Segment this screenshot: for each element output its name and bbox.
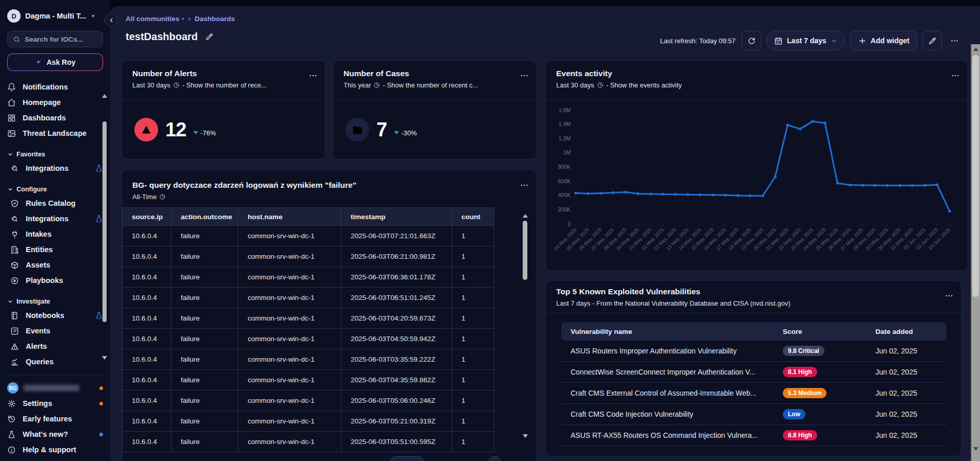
dashboard-more-menu[interactable] <box>947 31 961 50</box>
intake-icon <box>10 230 19 239</box>
scroll-up-arrow[interactable] <box>973 47 978 51</box>
vulnerability-row[interactable]: ConnectWise ScreenConnect Improper Authe… <box>561 362 947 383</box>
add-widget-button[interactable]: Add widget <box>850 31 917 50</box>
scroll-up-arrow[interactable] <box>102 94 107 98</box>
scroll-down-arrow[interactable] <box>102 356 107 360</box>
cases-delta: -30% <box>401 129 417 137</box>
scroll-up-arrow[interactable] <box>523 214 528 218</box>
sidebar-item-notifications[interactable]: Notifications <box>0 79 110 95</box>
score-badge: 8.8 High <box>783 430 817 440</box>
column-header-host-name[interactable]: host.name <box>238 208 341 226</box>
table-row[interactable]: 10.6.0.4failurecommon-srv-win-dc-12025-0… <box>123 329 494 349</box>
list-icon <box>10 327 19 335</box>
sidebar-item-early-features[interactable]: Early features <box>0 411 110 427</box>
column-header-count[interactable]: count <box>452 208 494 226</box>
notification-dot <box>99 386 103 390</box>
table-row[interactable]: 10.6.0.4failurecommon-srv-win-dc-12025-0… <box>123 288 494 308</box>
user-name-blurred <box>24 385 79 391</box>
scroll-down-arrow[interactable] <box>973 447 978 451</box>
sidebar-item-homepage[interactable]: Homepage <box>0 95 110 110</box>
widget-menu-button[interactable] <box>944 291 954 300</box>
clock-icon <box>373 82 380 88</box>
search-input[interactable] <box>25 36 97 43</box>
table-row[interactable]: 10.6.0.4failurecommon-srv-win-dc-12025-0… <box>123 370 494 391</box>
search-icon <box>13 36 21 43</box>
breadcrumb-dashboards[interactable]: Dashboards <box>195 15 235 23</box>
pagination-control[interactable] <box>489 456 501 461</box>
vulnerability-row[interactable]: Craft CMS Code Injection Vulnerability L… <box>561 404 947 425</box>
scroll-down-arrow[interactable] <box>523 434 528 438</box>
sidebar-item-threat-landscape[interactable]: Threat Landscape <box>0 126 110 141</box>
scrollbar-thumb[interactable] <box>523 221 527 280</box>
time-range-selector[interactable]: Last 7 days <box>766 31 845 50</box>
sidebar-item-intakes[interactable]: Intakes <box>0 226 110 242</box>
scrollbar-thumb[interactable] <box>102 121 107 322</box>
clock-icon <box>159 193 166 200</box>
widget-description: Last 7 days - From the National Vulnerab… <box>556 299 790 307</box>
sidebar-item-integrations[interactable]: Integrations <box>0 161 110 176</box>
vulnerability-row[interactable]: Craft CMS External Control of Assumed-Im… <box>561 383 947 404</box>
widget-timeframe: This year <box>343 81 371 89</box>
widget-menu-button[interactable] <box>520 71 529 80</box>
refresh-button[interactable] <box>742 31 761 50</box>
user-account-item[interactable]: BG <box>0 380 110 396</box>
table-row[interactable]: 10.6.0.4failurecommon-srv-win-dc-12025-0… <box>123 226 494 246</box>
column-header-source-ip[interactable]: source.ip <box>123 208 171 226</box>
sidebar-scrollbar[interactable] <box>101 94 108 369</box>
table-scrollbar[interactable] <box>522 214 528 443</box>
sidebar-item-dashboards[interactable]: Dashboards <box>0 110 110 126</box>
scrollbar-thumb[interactable] <box>972 55 979 297</box>
svg-text:600K: 600K <box>558 178 571 184</box>
widget-menu-button[interactable] <box>308 71 318 80</box>
workspace-switcher[interactable]: D Dagma - Multi T... ▾ <box>0 0 110 23</box>
column-header-timestamp[interactable]: timestamp <box>341 208 452 226</box>
table-row[interactable]: 10.6.0.4failurecommon-srv-win-dc-12025-0… <box>123 246 494 267</box>
table-row[interactable]: 10.6.0.4failurecommon-srv-win-dc-12025-0… <box>123 411 494 432</box>
vulnerability-row[interactable]: ASUS Routers Improper Authentication Vul… <box>561 341 947 362</box>
edit-dashboard-button[interactable] <box>922 31 942 50</box>
sidebar-item-what-s-new[interactable]: What's new? <box>0 427 110 442</box>
sidebar-item-events[interactable]: Events <box>0 323 110 339</box>
sidebar-item-assets[interactable]: Assets <box>0 257 110 273</box>
sidebar-item-playbooks[interactable]: Playbooks <box>0 273 110 288</box>
sidebar-item-alerts[interactable]: Alerts <box>0 339 110 354</box>
last-refresh-label: Last refresh: Today 09:57 <box>660 37 735 45</box>
sidebar-item-queries[interactable]: Queries <box>0 354 110 369</box>
score-badge: Low <box>783 409 805 419</box>
svg-text:200K: 200K <box>558 206 571 212</box>
sidebar: D Dagma - Multi T... ▾ Ask Roy Notificat… <box>0 0 110 461</box>
dashboards-icon <box>7 114 16 122</box>
sidebar-item-entities[interactable]: Entities <box>0 242 110 257</box>
widget-menu-button[interactable] <box>951 71 960 80</box>
table-row[interactable]: 10.6.0.4failurecommon-srv-win-dc-12025-0… <box>123 432 494 452</box>
table-row[interactable]: 10.6.0.4failurecommon-srv-win-dc-12025-0… <box>123 267 494 288</box>
ask-roy-button[interactable]: Ask Roy <box>7 54 103 71</box>
ioc-search[interactable] <box>7 31 103 47</box>
sidebar-collapse-button[interactable] <box>105 13 118 27</box>
edit-title-pencil-icon[interactable] <box>205 32 214 41</box>
widget-title: BG- query dotyczace zdarzeń logowań z wy… <box>132 181 526 190</box>
vulnerability-row[interactable]: ASUS RT-AX55 Routers OS Command Injectio… <box>561 425 947 446</box>
sidebar-item-integrations[interactable]: Integrations <box>0 211 110 226</box>
home-icon <box>7 98 16 107</box>
score-badge: 9.8 Critical <box>783 346 824 356</box>
table-row[interactable]: 10.6.0.4failurecommon-srv-win-dc-12025-0… <box>123 391 494 411</box>
history-icon <box>7 415 16 423</box>
sidebar-section-configure[interactable]: Configure <box>0 183 110 196</box>
cases-count: 7 <box>376 119 387 141</box>
column-header-action-outcome[interactable]: action.outcome <box>171 208 238 226</box>
table-row[interactable]: 10.6.0.4failurecommon-srv-win-dc-12025-0… <box>123 308 494 329</box>
sidebar-item-settings[interactable]: Settings <box>0 396 110 411</box>
sidebar-section-investigate[interactable]: Investigate <box>0 295 110 308</box>
pagination-control[interactable] <box>390 456 424 461</box>
info-icon <box>7 446 16 454</box>
breadcrumb-community[interactable]: All communities ▾ <box>126 15 184 23</box>
sidebar-item-help-support[interactable]: Help & support <box>0 442 110 457</box>
widget-menu-button[interactable] <box>520 181 529 190</box>
page-scrollbar[interactable] <box>970 44 980 461</box>
sidebar-item-notebooks[interactable]: Notebooks <box>0 308 110 323</box>
sidebar-item-rules-catalog[interactable]: Rules Catalog <box>0 196 110 211</box>
sidebar-section-favorites[interactable]: Favorites <box>0 148 110 161</box>
table-row[interactable]: 10.6.0.4failurecommon-srv-win-dc-12025-0… <box>123 349 494 370</box>
bell-icon <box>7 83 16 92</box>
